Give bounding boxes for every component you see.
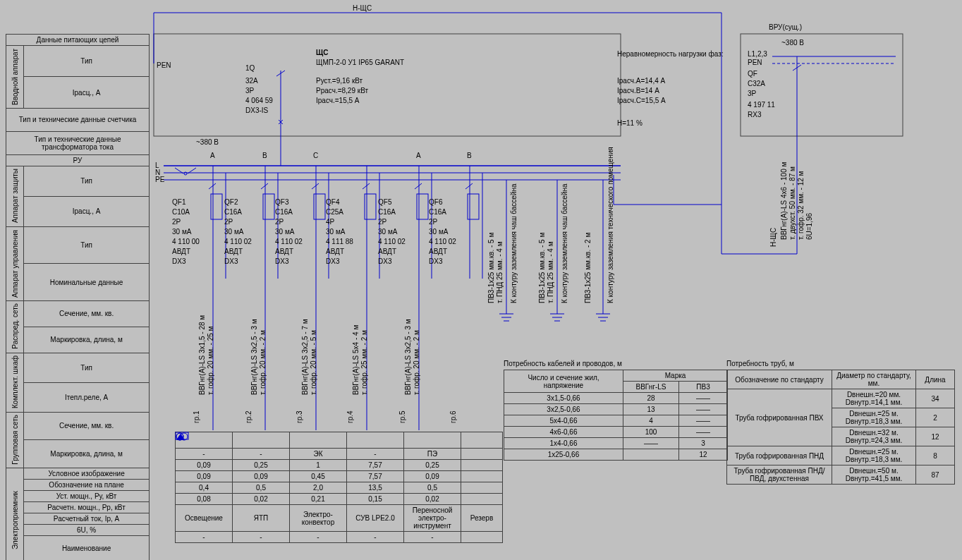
svg-text:QF6: QF6 [429, 198, 443, 206]
svg-text:АВДТ: АВДТ [224, 248, 243, 255]
svg-text:К контуру заземления чаш бассе: К контуру заземления чаш бассейна [561, 183, 568, 303]
svg-text:RX3: RX3 [748, 111, 762, 118]
svg-text:2P: 2P [224, 218, 233, 226]
svg-text:ЩМП-2-0 У1 IP65 GARANT: ЩМП-2-0 У1 IP65 GARANT [316, 59, 404, 66]
svg-text:30 мА: 30 мА [326, 228, 346, 236]
svg-text:гр.5: гр.5 [398, 410, 406, 423]
svg-text:т. гофр. 32 мм. - 12 м: т. гофр. 32 мм. - 12 м [797, 171, 805, 240]
svg-text:30 мА: 30 мА [172, 228, 192, 236]
svg-text:2P: 2P [378, 218, 387, 226]
cables-h2b: ПВ3 [679, 382, 728, 393]
svg-text:PEN: PEN [748, 59, 762, 66]
svg-text:QF3: QF3 [275, 198, 289, 206]
svg-text:4 197 11: 4 197 11 [748, 101, 775, 109]
svg-text:4P: 4P [326, 218, 335, 226]
svg-text:DX3: DX3 [224, 257, 238, 265]
svg-text:2P: 2P [172, 218, 181, 226]
svg-text:DX3: DX3 [429, 257, 443, 265]
svg-text:гр.3: гр.3 [296, 410, 303, 423]
cables-h1: Число и сечение жил, напряжение [504, 370, 623, 393]
svg-rect-34 [211, 194, 222, 219]
svg-text:т. ПНД 25 мм. - 4 м: т. ПНД 25 мм. - 4 м [547, 241, 554, 303]
svg-text:3P: 3P [748, 90, 757, 97]
svg-text:30 мА: 30 мА [429, 228, 449, 236]
svg-text:Iрасч.А=14,4 А: Iрасч.А=14,4 А [617, 77, 666, 85]
svg-text:4 110 00: 4 110 00 [172, 238, 200, 245]
svg-rect-78 [417, 194, 428, 219]
svg-text:1Q: 1Q [245, 64, 255, 72]
svg-text:ЩС: ЩС [316, 49, 328, 56]
svg-text:т. гофр. 20 мм. - 2 м: т. гофр. 20 мм. - 2 м [259, 330, 267, 395]
svg-text:L1,2,3: L1,2,3 [748, 50, 767, 58]
svg-text:C16A: C16A [224, 208, 242, 216]
svg-rect-6 [154, 34, 621, 136]
svg-text:Руст.=9,16 кВт: Руст.=9,16 кВт [316, 77, 363, 85]
svg-text:АВДТ: АВДТ [429, 248, 447, 255]
svg-text:QF2: QF2 [224, 198, 238, 206]
svg-text:ВВГнг(А)-LS 3x2,5 - 3 м: ВВГнг(А)-LS 3x2,5 - 3 м [250, 319, 258, 395]
pipes-h3: Длина [916, 370, 955, 389]
svg-text:т. гофр. 25 мм. - 2 м: т. гофр. 25 мм. - 2 м [360, 330, 368, 395]
svg-text:т. гофр. 20 мм. - 25 м: т. гофр. 20 мм. - 25 м [207, 326, 214, 395]
svg-text:DX3-IS: DX3-IS [245, 106, 269, 114]
svg-text:Iрасч.С=15,5 А: Iрасч.С=15,5 А [617, 97, 666, 104]
svg-text:32A: 32A [245, 77, 258, 85]
svg-text:т. ПНД 25 мм. - 4 м: т. ПНД 25 мм. - 4 м [496, 241, 504, 303]
svg-text:~380 В: ~380 В [781, 39, 804, 47]
svg-text:4 110 02: 4 110 02 [275, 238, 303, 245]
svg-text:QF: QF [748, 70, 757, 78]
svg-text:DX3: DX3 [275, 257, 289, 265]
svg-text:H=11 %: H=11 % [617, 119, 643, 127]
svg-text:ВВГнг(А)-LS 3x2,5 - 7 м: ВВГнг(А)-LS 3x2,5 - 7 м [301, 319, 309, 395]
cables-h2: Марка [623, 370, 728, 382]
svg-text:C25A: C25A [326, 208, 343, 216]
svg-text:гр.6: гр.6 [449, 410, 457, 423]
pipes-table: Обозначение по стандартуДиаметр по станд… [726, 370, 955, 485]
cables-h2a: ВВГнг-LS [623, 382, 679, 393]
svg-text:30 мА: 30 мА [224, 228, 244, 236]
svg-text:ВВГнг(А)-LS 4x6 - 100 м: ВВГнг(А)-LS 4x6 - 100 м [780, 162, 788, 240]
svg-text:гр.2: гр.2 [245, 410, 252, 423]
svg-text:4 110 02: 4 110 02 [378, 238, 406, 245]
svg-text:DX3: DX3 [378, 257, 392, 265]
svg-text:DX3: DX3 [172, 257, 186, 265]
pipes-h2: Диаметр по стандарту, мм. [832, 370, 916, 389]
svg-text:QF5: QF5 [378, 198, 392, 206]
svg-text:C10A: C10A [172, 208, 190, 216]
svg-text:4 110 02: 4 110 02 [429, 238, 456, 245]
svg-text:QF4: QF4 [326, 198, 340, 206]
svg-text:C: C [313, 152, 318, 159]
svg-text:2P: 2P [429, 218, 438, 226]
svg-rect-67 [365, 194, 376, 219]
svg-text:К контуру заземления чаш бассе: К контуру заземления чаш бассейна [510, 183, 518, 303]
svg-text:3P: 3P [245, 87, 255, 95]
svg-text:Неравномерность нагрузки фаз:: Неравномерность нагрузки фаз: [617, 50, 724, 58]
svg-text:A: A [416, 152, 421, 159]
svg-text:ВРУ(сущ.): ВРУ(сущ.) [769, 23, 802, 31]
svg-text:~380 В: ~380 В [196, 138, 219, 146]
cables-title: Потребность кабелей и проводов, м [504, 360, 622, 367]
svg-text:т. гофр. 20 мм. - 5 м: т. гофр. 20 мм. - 5 м [310, 330, 317, 395]
svg-text:АВДТ: АВДТ [275, 248, 293, 255]
svg-text:Iрасч.=15,5 А: Iрасч.=15,5 А [316, 97, 360, 104]
svg-text:АВДТ: АВДТ [378, 248, 396, 255]
svg-text:C16A: C16A [429, 208, 446, 216]
svg-text:гр.1: гр.1 [193, 410, 200, 423]
svg-text:4 064 59: 4 064 59 [245, 97, 273, 104]
svg-text:4 111 88: 4 111 88 [326, 238, 353, 245]
svg-text:QF1: QF1 [172, 198, 186, 206]
svg-text:Ррасч.=8,29 кВт: Ррасч.=8,29 кВт [316, 87, 368, 95]
svg-text:6U=1,96: 6U=1,96 [805, 212, 813, 240]
svg-text:т. гофр. 20 мм. - 2 м: т. гофр. 20 мм. - 2 м [413, 330, 420, 395]
svg-text:2P: 2P [275, 218, 284, 226]
svg-text:т. двухст. 50 мм. - 87 м: т. двухст. 50 мм. - 87 м [789, 166, 796, 240]
svg-text:ВВГнг(А)-LS 5x4 - 4 м: ВВГнг(А)-LS 5x4 - 4 м [352, 325, 360, 395]
svg-text:ПВ3-1x25 мм.кв. - 5 м: ПВ3-1x25 мм.кв. - 5 м [538, 233, 546, 303]
pipes-title: Потребность труб, м [726, 360, 794, 367]
svg-text:К контуру заземления техническ: К контуру заземления технического помеще… [607, 147, 614, 303]
svg-text:PE: PE [155, 176, 165, 183]
svg-rect-45 [263, 194, 274, 219]
svg-text:B: B [262, 152, 267, 159]
svg-text:гр.4: гр.4 [346, 410, 354, 423]
svg-text:C16A: C16A [378, 208, 396, 216]
